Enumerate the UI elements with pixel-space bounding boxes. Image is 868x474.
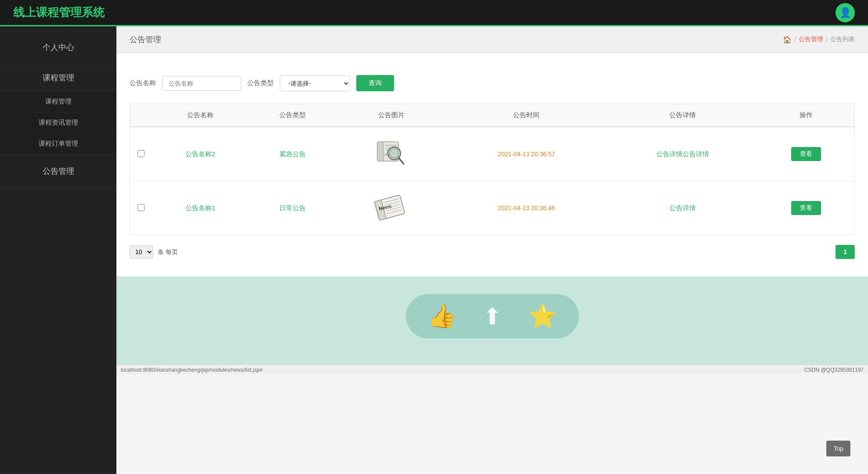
td-image-1: news: [337, 127, 446, 181]
breadcrumb-notice-mgmt[interactable]: 公告管理: [799, 36, 823, 43]
sidebar-sub-items-course: 课程管理 课程资讯管理 课程订单管理: [0, 91, 116, 154]
view-button-1[interactable]: 查看: [791, 147, 821, 161]
td-detail-1[interactable]: 公告详情公告详情: [607, 127, 758, 181]
row-checkbox-1[interactable]: [137, 150, 145, 157]
table-row: 公告名称2 紧急公告: [130, 127, 854, 181]
pagination: 1: [835, 245, 855, 259]
td-name-1[interactable]: 公告名称2: [152, 127, 249, 181]
sidebar-item-course-news[interactable]: 课程资讯管理: [0, 112, 116, 133]
bottom-area: 👍 ⬆ ⭐: [116, 276, 868, 365]
notice-image-2: News: [342, 188, 441, 228]
sidebar-item-course-manage[interactable]: 课程管理: [0, 91, 116, 112]
th-type: 公告类型: [249, 104, 336, 127]
top-button[interactable]: Top: [826, 441, 850, 456]
page-title: 公告管理: [130, 34, 161, 45]
filter-type-label: 公告类型: [247, 79, 274, 87]
breadcrumb: 🏠 / 公告管理 / 公告列表: [783, 36, 855, 44]
th-checkbox: [130, 104, 152, 127]
data-table: 公告名称 公告类型 公告图片 公告时间 公告详情 操作: [130, 104, 855, 235]
news-newspaper-icon: News: [374, 190, 409, 226]
th-name: 公告名称: [152, 104, 249, 127]
up-arrow-icon: ⬆: [483, 303, 502, 330]
td-time-2: 2021-04-13 20:36:46: [446, 181, 607, 235]
td-image-2: News: [337, 181, 446, 235]
td-time-1: 2021-04-13 20:36:57: [446, 127, 607, 181]
td-name-2[interactable]: 公告名称1: [152, 181, 249, 235]
td-checkbox-1: [130, 127, 152, 181]
sidebar: 个人中心 课程管理 课程管理 课程资讯管理 课程订单管理 公告管理: [0, 26, 116, 474]
breadcrumb-home-icon[interactable]: 🏠: [783, 36, 792, 44]
svg-text:news: news: [384, 153, 391, 157]
status-bar: localhost:8080/xianshangkecheng/jsp/modu…: [116, 365, 868, 375]
pagination-bar: 10 20 50 条 每页 1: [130, 235, 855, 263]
filter-name-input[interactable]: [162, 76, 241, 91]
breadcrumb-sep-1: /: [794, 36, 796, 43]
table-header-row: 公告名称 公告类型 公告图片 公告时间 公告详情 操作: [130, 104, 854, 127]
th-action: 操作: [758, 104, 855, 127]
filter-bar: 公告名称 公告类型 -请选择- 紧急公告 日常公告 查询: [130, 66, 855, 104]
per-page-select[interactable]: 10 20 50: [130, 245, 153, 259]
search-button[interactable]: 查询: [356, 75, 394, 91]
page-button-1[interactable]: 1: [835, 245, 855, 259]
breadcrumb-sep-2: /: [826, 36, 828, 43]
content-area: 公告名称 公告类型 -请选择- 紧急公告 日常公告 查询 公告名称: [116, 53, 868, 276]
svg-line-8: [398, 158, 403, 164]
per-page-area: 10 20 50 条 每页: [130, 245, 178, 259]
user-avatar[interactable]: 👤: [835, 3, 855, 22]
td-checkbox-2: [130, 181, 152, 235]
sidebar-item-personal[interactable]: 个人中心: [0, 39, 116, 56]
td-op-1: 查看: [758, 127, 855, 181]
sidebar-item-notice[interactable]: 公告管理: [0, 162, 116, 180]
notice-table: 公告名称 公告类型 公告图片 公告时间 公告详情 操作: [130, 104, 854, 235]
td-type-1: 紧急公告: [249, 127, 336, 181]
svg-point-7: [390, 149, 399, 158]
news-magnifier-icon: news: [374, 136, 409, 172]
sidebar-group-course-title[interactable]: 课程管理: [0, 65, 116, 91]
filter-name-label: 公告名称: [130, 79, 156, 87]
th-detail: 公告详情: [607, 104, 758, 127]
bottom-icons-wrapper: 👍 ⬆ ⭐: [406, 294, 579, 338]
status-url: localhost:8080/xianshangkecheng/jsp/modu…: [121, 367, 263, 373]
table-row: 公告名称1 日常公告: [130, 181, 854, 235]
td-detail-2[interactable]: 公告详情: [607, 181, 758, 235]
breadcrumb-notice-list: 公告列表: [830, 36, 855, 43]
svg-rect-1: [377, 142, 383, 161]
row-checkbox-2[interactable]: [137, 204, 145, 211]
sidebar-item-course-order[interactable]: 课程订单管理: [0, 133, 116, 154]
th-time: 公告时间: [446, 104, 607, 127]
header: 线上课程管理系统 👤: [0, 0, 868, 26]
main-content: 公告管理 🏠 / 公告管理 / 公告列表 公告名称 公告类型 -请选择- 紧急公…: [116, 26, 868, 474]
page-header: 公告管理 🏠 / 公告管理 / 公告列表: [116, 26, 868, 53]
app-title: 线上课程管理系统: [13, 5, 105, 20]
td-op-2: 查看: [758, 181, 855, 235]
layout: 个人中心 课程管理 课程管理 课程资讯管理 课程订单管理 公告管理 公告管理 🏠…: [0, 26, 868, 474]
thumbs-up-icon: 👍: [428, 303, 456, 330]
status-credit: CSDN @QQ3295391197: [804, 367, 864, 373]
th-image: 公告图片: [337, 104, 446, 127]
per-page-label: 条 每页: [158, 248, 178, 255]
view-button-2[interactable]: 查看: [791, 201, 821, 215]
filter-type-select[interactable]: -请选择- 紧急公告 日常公告: [280, 75, 350, 91]
td-type-2: 日常公告: [249, 181, 336, 235]
star-icon: ⭐: [528, 303, 557, 330]
notice-image-1: news: [342, 134, 441, 174]
sidebar-section-personal: 个人中心: [0, 31, 116, 65]
sidebar-group-course: 课程管理 课程管理 课程资讯管理 课程订单管理: [0, 65, 116, 154]
sidebar-section-notice: 公告管理: [0, 154, 116, 188]
